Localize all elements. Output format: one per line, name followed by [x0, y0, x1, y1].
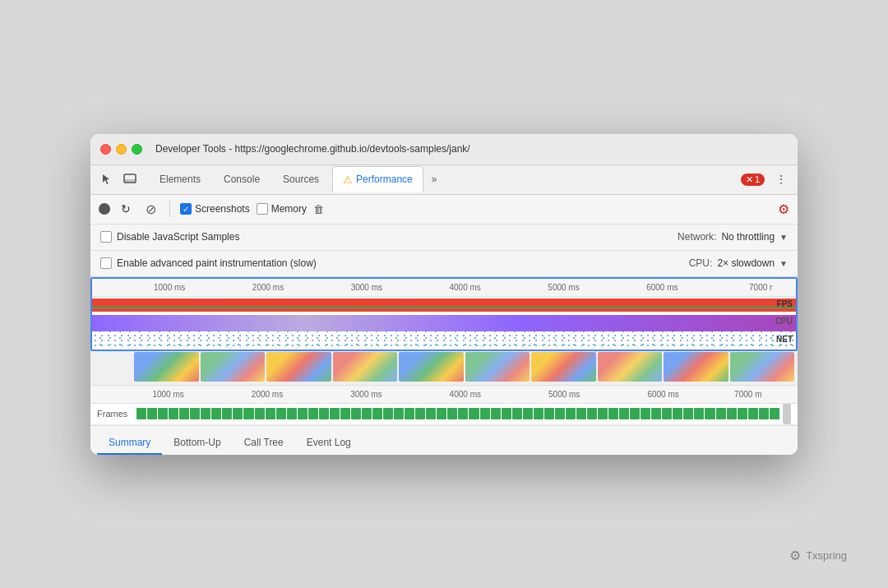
frame-bar — [179, 408, 189, 419]
frame-bar — [276, 408, 286, 419]
trash-button[interactable]: 🗑 — [313, 203, 324, 215]
frame-bar — [243, 408, 253, 419]
frame-bar — [694, 408, 704, 419]
tab-bottom-up[interactable]: Bottom-Up — [162, 432, 232, 455]
tab-console[interactable]: Console — [214, 166, 270, 192]
main-timeline: 1000 ms 2000 ms 3000 ms 4000 ms 5000 ms … — [90, 351, 798, 425]
toolbar: ↻ ⊘ ✓ Screenshots Memory 🗑 ⚙ — [90, 195, 798, 225]
frame-bar — [372, 408, 382, 419]
screenshots-checkbox[interactable]: ✓ Screenshots — [180, 203, 250, 215]
cpu-value: 2× slowdown — [717, 257, 775, 269]
frames-label: Frames — [97, 409, 136, 419]
screenshot-thumb — [730, 352, 795, 382]
frame-bar — [426, 408, 436, 419]
tab-call-tree[interactable]: Call Tree — [233, 432, 295, 455]
frame-bar — [190, 408, 200, 419]
divider-1 — [169, 201, 170, 217]
overview-timeline[interactable]: 1000 ms 2000 ms 3000 ms 4000 ms 5000 ms … — [90, 277, 798, 351]
tab-event-log[interactable]: Event Log — [295, 432, 363, 455]
cpu-setting: CPU: 2× slowdown ▼ — [689, 257, 788, 269]
marker-6000: 6000 ms — [646, 283, 678, 292]
frame-bar — [727, 408, 737, 419]
frame-bar — [437, 408, 446, 419]
frames-row: Frames — [90, 404, 798, 425]
frame-bar — [351, 408, 361, 419]
main-marker-7000: 7000 m — [734, 390, 761, 399]
screenshot-thumb — [266, 352, 331, 382]
memory-checkbox[interactable]: Memory — [257, 203, 307, 215]
cursor-icon[interactable] — [97, 169, 117, 189]
frame-bar — [683, 408, 693, 419]
frame-bar — [136, 408, 146, 419]
tab-performance[interactable]: ⚠ Performance — [332, 166, 423, 192]
watermark: ⚙ Txspring — [789, 548, 847, 563]
main-marker-6000: 6000 ms — [647, 390, 678, 399]
frame-bar — [770, 408, 779, 419]
main-marker-2000: 2000 ms — [252, 390, 283, 399]
frame-bar — [222, 408, 232, 419]
frame-bar — [469, 408, 479, 419]
bottom-tabs: Summary Bottom-Up Call Tree Event Log — [90, 425, 798, 455]
frame-bar — [630, 408, 640, 419]
frame-bar — [169, 408, 178, 419]
window-title: Developer Tools - https://googlechrome.g… — [155, 143, 470, 155]
frame-bar — [330, 408, 340, 419]
settings-row-1: Disable JavaScript Samples Network: No t… — [90, 225, 798, 251]
reload-button[interactable]: ↻ — [117, 200, 135, 218]
frame-bar — [362, 408, 372, 419]
fps-green-line — [92, 307, 796, 308]
minimize-button[interactable] — [116, 144, 127, 155]
frame-bar — [480, 408, 490, 419]
memory-check-icon — [257, 203, 268, 215]
network-dropdown-arrow[interactable]: ▼ — [779, 233, 788, 242]
frame-bar — [748, 408, 758, 419]
frame-bar — [502, 408, 511, 419]
tab-bar: Elements Console Sources ⚠ Performance »… — [90, 165, 798, 195]
settings-row-2: Enable advanced paint instrumentation (s… — [90, 251, 798, 277]
time-ruler-top: 1000 ms 2000 ms 3000 ms 4000 ms 5000 ms … — [92, 279, 796, 297]
frame-bar — [266, 408, 275, 419]
more-options-icon[interactable]: ⋮ — [771, 169, 791, 189]
timeline-scrollbar[interactable] — [783, 403, 791, 424]
frame-bar — [544, 408, 554, 419]
advanced-paint-checkbox[interactable] — [100, 257, 112, 269]
frame-bar — [619, 408, 629, 419]
tab-icons — [97, 169, 140, 189]
clear-button[interactable]: ⊘ — [141, 200, 160, 218]
screenshot-thumb — [531, 352, 596, 382]
marker-5000: 5000 ms — [548, 283, 579, 292]
frame-bar — [447, 408, 457, 419]
disable-js-setting: Disable JavaScript Samples — [100, 231, 239, 243]
frame-bar — [598, 408, 608, 419]
tab-more[interactable]: » — [427, 170, 442, 188]
frame-bar — [233, 408, 243, 419]
screenshot-thumb — [201, 352, 266, 382]
network-setting: Network: No throttling ▼ — [678, 231, 788, 243]
cpu-row-label: CPU — [775, 317, 793, 326]
frame-bar — [587, 408, 597, 419]
frame-bar — [147, 408, 157, 419]
tab-sources[interactable]: Sources — [273, 166, 329, 192]
traffic-lights — [100, 144, 142, 155]
screenshots-thumbnails — [134, 352, 794, 383]
network-value: No throttling — [721, 231, 775, 243]
advanced-paint-setting: Enable advanced paint instrumentation (s… — [100, 257, 317, 269]
tab-elements[interactable]: Elements — [150, 166, 210, 192]
screenshots-check-icon: ✓ — [180, 203, 192, 215]
frame-bar — [759, 408, 769, 419]
dock-icon[interactable] — [120, 169, 140, 189]
frame-bar — [608, 408, 618, 419]
screenshot-thumb — [399, 352, 464, 382]
record-button[interactable] — [99, 203, 110, 215]
disable-js-checkbox[interactable] — [100, 231, 112, 243]
watermark-text: Txspring — [806, 549, 847, 562]
marker-2000: 2000 ms — [252, 283, 284, 292]
settings-button[interactable]: ⚙ — [778, 201, 789, 217]
tab-summary[interactable]: Summary — [97, 432, 162, 455]
frame-bar — [662, 408, 672, 419]
cpu-dropdown-arrow[interactable]: ▼ — [779, 259, 788, 268]
maximize-button[interactable] — [132, 144, 142, 155]
screenshots-row — [90, 351, 798, 386]
close-button[interactable] — [100, 144, 111, 155]
frame-bar — [298, 408, 308, 419]
